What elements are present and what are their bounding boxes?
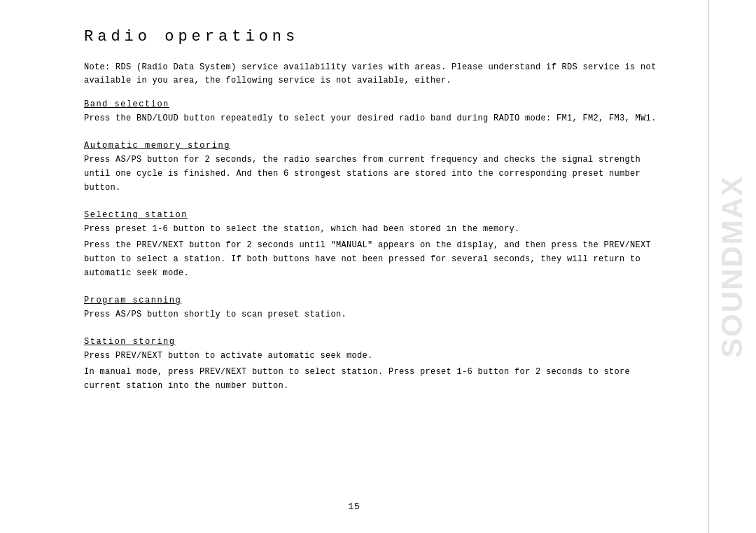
section-text-program-scanning: Press AS/PS button shortly to scan prese… xyxy=(84,308,666,322)
section-band-selection: Band selection Press the BND/LOUD button… xyxy=(84,97,666,126)
content-area: Radio operations Note: RDS (Radio Data S… xyxy=(0,0,708,533)
section-station-storing: Station storing Press PREV/NEXT button t… xyxy=(84,335,666,394)
section-text-station-storing: Press PREV/NEXT button to activate autom… xyxy=(84,349,666,394)
section-text-selecting-station: Press preset 1-6 button to select the st… xyxy=(84,223,666,281)
section-heading-selecting-station: Selecting station xyxy=(84,210,188,220)
page-title: Radio operations xyxy=(84,28,666,46)
section-heading-station-storing: Station storing xyxy=(84,337,176,347)
brand-label: SOUNDMAX xyxy=(718,175,747,358)
page-container: Radio operations Note: RDS (Radio Data S… xyxy=(0,0,756,533)
page-number: 15 xyxy=(348,501,360,512)
section-selecting-station: Selecting station Press preset 1-6 butto… xyxy=(84,208,666,281)
sidebar-divider xyxy=(708,0,709,533)
section-program-scanning: Program scanning Press AS/PS button shor… xyxy=(84,293,666,322)
section-automatic-memory-storing: Automatic memory storing Press AS/PS but… xyxy=(84,139,666,195)
section-heading-program-scanning: Program scanning xyxy=(84,296,181,305)
note-text: Note: RDS (Radio Data System) service av… xyxy=(84,61,666,88)
section-text-band-selection: Press the BND/LOUD button repeatedly to … xyxy=(84,112,666,126)
section-text-automatic-memory-storing: Press AS/PS button for 2 seconds, the ra… xyxy=(84,153,666,195)
section-heading-band-selection: Band selection xyxy=(84,99,169,109)
section-heading-automatic-memory-storing: Automatic memory storing xyxy=(84,141,230,151)
brand-sidebar: SOUNDMAX xyxy=(708,0,756,533)
